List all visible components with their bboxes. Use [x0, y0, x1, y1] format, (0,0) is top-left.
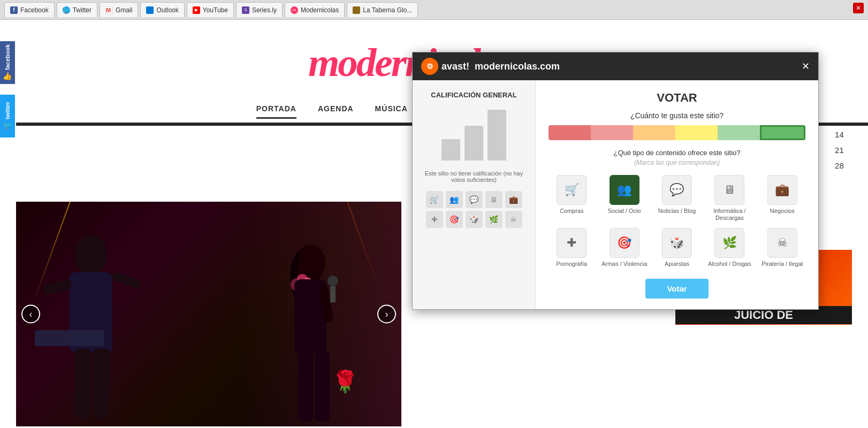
tab-seriesly[interactable]: S Series.ly	[236, 2, 283, 17]
svg-rect-15	[330, 286, 336, 302]
pornografia-label: Pornografía	[556, 261, 587, 268]
svg-rect-3	[42, 279, 73, 296]
tab-gmail[interactable]: M Gmail	[100, 2, 138, 17]
seriesly-favicon: S	[242, 6, 249, 14]
informatica-icon-box: 🖥	[714, 175, 744, 205]
avast-header: ⚙ avast! modernicolas.com ✕	[413, 52, 818, 80]
color-rating-bar[interactable]	[549, 125, 805, 140]
avast-logo-icon: ⚙	[421, 58, 438, 75]
category-negocios[interactable]: 💼 Negocios	[759, 175, 805, 221]
small-icon-briefcase[interactable]: 💼	[505, 191, 522, 208]
small-icon-dice[interactable]: 🎲	[466, 211, 483, 228]
rating-seg-1[interactable]	[549, 125, 591, 140]
calificacion-title: CALIFICACIÓN GENERAL	[431, 91, 516, 99]
negocios-icon-box: 💼	[767, 175, 797, 205]
nav-musica[interactable]: MÚSICA	[375, 104, 408, 117]
rating-seg-5[interactable]	[718, 125, 760, 140]
apuestas-label: Apuestas	[665, 261, 689, 268]
category-alcohol[interactable]: 🌿 Alcohol / Drogas	[706, 228, 752, 268]
tab-facebook-label: Facebook	[20, 6, 49, 14]
twitter-sidebar[interactable]: 🐦 twitter	[0, 95, 15, 137]
small-icon-leaf[interactable]: 🌿	[485, 211, 502, 228]
tab-twitter-label: Twitter	[73, 6, 92, 14]
facebook-sidebar-label: facebook	[4, 44, 11, 70]
rating-question: ¿Cuánto te gusta este sitio?	[549, 111, 805, 120]
bar-3	[488, 110, 506, 160]
category-social-ocio[interactable]: 👥 Social / Ocio	[601, 175, 647, 221]
performer-right-silhouette	[252, 234, 369, 426]
rating-seg-2[interactable]	[591, 125, 633, 140]
small-icon-chat[interactable]: 💬	[466, 191, 483, 208]
category-apuestas[interactable]: 🎲 Apuestas	[654, 228, 700, 268]
facebook-favicon: f	[10, 6, 18, 14]
compras-label: Compras	[560, 208, 584, 215]
flowers-decoration: 🌹	[332, 369, 359, 394]
category-armas[interactable]: 🎯 Armas / Violencia	[601, 228, 647, 268]
category-pirateria[interactable]: ☠ Piratería / Ilegal	[759, 228, 805, 268]
website-content: 👍 facebook 🐦 twitter modernicolas PORTAD…	[0, 20, 868, 428]
category-icon-grid: 🛒 Compras 👥 Social / Ocio 💬 Noticias / B…	[549, 175, 805, 268]
concert-background: 🌹	[16, 202, 401, 426]
avast-popup: ⚙ avast! modernicolas.com ✕ CALIFICACIÓN…	[412, 52, 819, 310]
youtube-favicon: ▶	[193, 6, 200, 14]
nav-agenda[interactable]: AGENDA	[318, 104, 354, 117]
avast-close-button[interactable]: ✕	[802, 60, 810, 72]
category-noticias-blog[interactable]: 💬 Noticias / Blog	[654, 175, 700, 221]
hero-next-button[interactable]: ›	[377, 305, 396, 324]
browser-close-button[interactable]: ✕	[853, 3, 864, 13]
twitter-bird-icon: 🐦	[3, 121, 12, 131]
category-compras[interactable]: 🛒 Compras	[549, 175, 595, 221]
tab-taberna[interactable]: La Taberna Glo...	[347, 2, 418, 17]
svg-rect-17	[315, 351, 330, 421]
outlook-favicon	[146, 6, 154, 14]
pirateria-label: Piratería / Ilegal	[762, 261, 803, 268]
tab-youtube[interactable]: ▶ YouTube	[187, 2, 234, 17]
small-icon-target[interactable]: 🎯	[446, 211, 463, 228]
tab-gmail-label: Gmail	[116, 6, 132, 14]
rating-seg-6[interactable]	[760, 125, 805, 140]
small-icon-cart[interactable]: 🛒	[426, 191, 443, 208]
tab-twitter[interactable]: 🐦 Twitter	[57, 2, 97, 17]
pirateria-icon-box: ☠	[767, 228, 797, 258]
apuestas-icon-box: 🎲	[662, 228, 692, 258]
calendar-day[interactable]: 21	[827, 142, 852, 158]
gmail-favicon: M	[105, 6, 113, 14]
alcohol-label: Alcohol / Drogas	[708, 261, 751, 268]
tab-taberna-label: La Taberna Glo...	[363, 6, 412, 14]
small-icon-plus[interactable]: ✚	[426, 211, 443, 228]
facebook-sidebar[interactable]: 👍 facebook	[0, 41, 15, 84]
nav-portada[interactable]: PORTADA	[256, 104, 296, 119]
svg-point-14	[328, 276, 338, 286]
votar-button[interactable]: Votar	[645, 279, 708, 299]
small-icon-monitor[interactable]: 🖥	[485, 191, 502, 208]
category-informatica[interactable]: 🖥 Informática / Descargas	[706, 175, 752, 221]
small-icon-social[interactable]: 👥	[446, 191, 463, 208]
negocios-label: Negocios	[770, 208, 795, 215]
rating-seg-3[interactable]	[633, 125, 675, 140]
noticias-icon-box: 💬	[662, 175, 692, 205]
bar-1	[441, 139, 460, 160]
avast-site-url: modernicolas.com	[475, 61, 560, 72]
tab-modernicolas[interactable]: m Moderni­colas	[285, 2, 345, 17]
calendar-day[interactable]: 14	[827, 127, 852, 142]
armas-icon-box: 🎯	[610, 228, 639, 258]
avast-right-panel: VOTAR ¿Cuánto te gusta este sitio? ¿Qué …	[536, 80, 818, 309]
avast-left-panel: CALIFICACIÓN GENERAL Este sitio no tiene…	[413, 80, 536, 309]
hero-prev-button[interactable]: ‹	[21, 305, 40, 324]
no-rating-text: Este sitio no tiene calificación (no hay…	[423, 170, 524, 183]
content-hint: (Marca las que correspondan)	[549, 159, 805, 166]
calendar-day[interactable]: 28	[827, 158, 852, 173]
informatica-label: Informática / Descargas	[706, 208, 752, 221]
category-pornografia[interactable]: ✚ Pornografía	[549, 228, 595, 268]
browser-tabs-bar: f Facebook 🐦 Twitter M Gmail Outlook ▶ Y…	[0, 0, 868, 20]
armas-label: Armas / Violencia	[601, 261, 647, 268]
small-icon-skull[interactable]: ☠	[505, 211, 522, 228]
tab-outlook[interactable]: Outlook	[140, 2, 184, 17]
pornografia-icon-box: ✚	[557, 228, 587, 258]
tab-facebook[interactable]: f Facebook	[4, 2, 55, 17]
votar-title: VOTAR	[549, 91, 805, 105]
rating-seg-4[interactable]	[675, 125, 718, 140]
bar-2	[465, 126, 483, 160]
small-icon-grid: 🛒 👥 💬 🖥 💼 ✚ 🎯 🎲 🌿 ☠	[426, 191, 522, 228]
social-ocio-icon-box: 👥	[610, 175, 639, 205]
